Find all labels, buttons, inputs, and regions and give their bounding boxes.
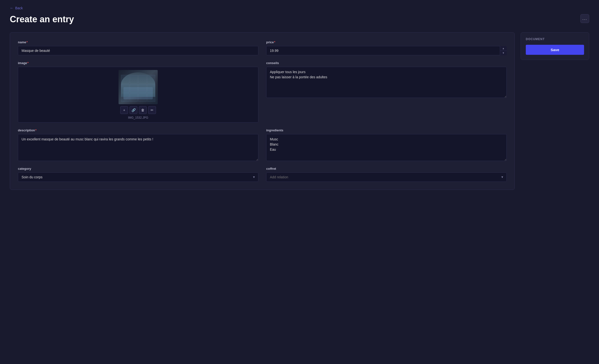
name-label: name* [18,40,258,44]
coffret-label: coffret [266,167,507,171]
price-label: price* [266,40,507,44]
image-required-star: * [27,61,29,65]
image-field: + 🔗 🗑 ✏ IMG_1532.JPG [18,67,258,123]
description-textarea[interactable]: Un excellent masque de beauté au musc bl… [18,134,258,161]
name-input[interactable] [18,46,258,55]
price-input[interactable] [266,46,507,55]
document-card: DOCUMENT Save [521,32,589,60]
coffret-field-group: coffret ▼ [266,167,507,182]
image-toolbar: + 🔗 🗑 ✏ [120,106,156,114]
page-header: Create an entry ... [10,14,589,24]
category-select-wrapper: Soin du corps Visage Corps ▼ [18,172,258,182]
ingredients-field-group: ingredients Musc Blanc Eau [266,128,507,161]
price-field-group: price* ▲ ▼ [266,40,507,55]
document-section-title: DOCUMENT [526,37,584,41]
image-filename: IMG_1532.JPG [128,116,148,119]
image-label: image* [18,61,258,65]
image-add-button[interactable]: + [120,106,128,114]
image-mock [119,70,158,104]
category-label: category [18,167,258,171]
back-link[interactable]: ← Back [10,6,589,10]
menu-button[interactable]: ... [580,14,589,23]
sidebar: DOCUMENT Save [521,32,589,60]
form-container: name* price* ▲ ▼ [10,32,515,190]
back-arrow-icon: ← [10,6,14,10]
conseils-label: conseils [266,61,507,65]
image-link-button[interactable]: 🔗 [130,106,137,114]
price-up-button[interactable]: ▲ [500,46,507,51]
description-label: description* [18,128,258,132]
coffret-select-wrapper: ▼ [266,172,507,182]
image-delete-button[interactable]: 🗑 [139,106,147,114]
ingredients-textarea[interactable]: Musc Blanc Eau [266,134,507,161]
description-field-group: description* Un excellent masque de beau… [18,128,258,161]
price-spinner: ▲ ▼ [500,46,507,55]
category-select[interactable]: Soin du corps Visage Corps [18,172,258,182]
image-field-group: image* [18,61,258,123]
image-preview [119,70,158,104]
price-input-wrapper: ▲ ▼ [266,46,507,55]
ingredients-label: ingredients [266,128,507,132]
conseils-textarea[interactable]: Appliquer tous les jours Ne pas laisser … [266,67,507,98]
price-down-button[interactable]: ▼ [500,51,507,56]
back-label: Back [15,6,23,10]
description-required-star: * [35,128,36,132]
name-required-star: * [26,40,28,44]
page-title: Create an entry [10,14,74,24]
coffret-add-relation-input[interactable] [266,172,507,182]
name-field-group: name* [18,40,258,55]
image-edit-button[interactable]: ✏ [148,106,156,114]
conseils-field-group: conseils Appliquer tous les jours Ne pas… [266,61,507,123]
price-required-star: * [274,40,275,44]
main-layout: name* price* ▲ ▼ [10,32,589,190]
category-field-group: category Soin du corps Visage Corps ▼ [18,167,258,182]
form-grid: name* price* ▲ ▼ [18,40,507,182]
save-button[interactable]: Save [526,45,584,55]
image-overlay-grid [119,70,158,104]
